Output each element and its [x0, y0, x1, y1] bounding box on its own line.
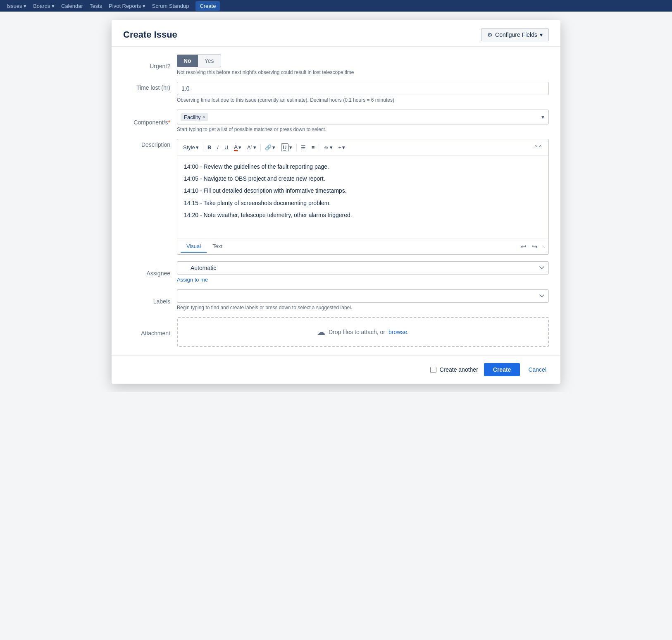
- description-line-1: 14:00 - Review the guidelines of the fau…: [184, 162, 542, 172]
- labels-select[interactable]: [177, 289, 549, 303]
- dialog-title: Create Issue: [123, 29, 177, 40]
- redo-button[interactable]: ↪: [530, 242, 539, 251]
- urgent-toggle: No Yes: [177, 54, 549, 67]
- browse-link[interactable]: browse.: [388, 329, 409, 335]
- facility-tag-remove[interactable]: ×: [202, 114, 205, 120]
- more-chevron-icon: ▾: [342, 144, 345, 150]
- editor-footer: Visual Text ↩ ↪ ⤡: [177, 239, 548, 254]
- create-another-wrap: Create another: [430, 366, 478, 373]
- nav-scrum[interactable]: Scrum Standup: [152, 3, 189, 9]
- underline2-button[interactable]: U̲ ▾: [279, 142, 295, 153]
- facility-tag: Facility ×: [181, 113, 208, 121]
- nav-calendar[interactable]: Calendar: [61, 3, 83, 9]
- description-text-area[interactable]: 14:00 - Review the guidelines of the fau…: [177, 156, 548, 239]
- collapse-toolbar-button[interactable]: ⌃⌃: [531, 143, 545, 152]
- style-dropdown-button[interactable]: Style ▾: [181, 143, 201, 152]
- components-label: Component/s*: [123, 117, 177, 126]
- time-lost-row: Time lost (hr) Observing time lost due t…: [123, 82, 549, 103]
- toolbar-separator-2: [260, 144, 261, 151]
- urgent-hint: Not resolving this before next night's o…: [177, 69, 549, 75]
- underline-button[interactable]: U: [222, 143, 231, 152]
- labels-hint: Begin typing to find and create labels o…: [177, 305, 549, 310]
- bullet-list-button[interactable]: ☰: [298, 143, 308, 152]
- assignee-row: Assignee ⊙ Automatic Assign to me: [123, 261, 549, 283]
- description-editor: Style ▾ B I U A ▾ A↕ ▾: [177, 139, 549, 255]
- underline2-icon: U̲: [281, 143, 288, 151]
- undo-button[interactable]: ↩: [519, 242, 528, 251]
- time-lost-label: Time lost (hr): [123, 82, 177, 91]
- font-size-label: A↕: [247, 144, 253, 150]
- required-marker: *: [168, 119, 170, 126]
- font-color-button[interactable]: A ▾: [231, 142, 244, 153]
- style-label: Style: [183, 144, 195, 150]
- attachment-drop-text: Drop files to attach, or: [329, 329, 385, 335]
- components-select[interactable]: Facility × ▾: [177, 110, 549, 124]
- emoji-button[interactable]: ☺ ▾: [321, 143, 335, 152]
- labels-label: Labels: [123, 296, 177, 305]
- create-another-label[interactable]: Create another: [439, 366, 478, 373]
- description-content: Style ▾ B I U A ▾ A↕ ▾: [177, 139, 549, 255]
- nav-issues[interactable]: Issues ▾: [7, 3, 26, 9]
- cancel-button[interactable]: Cancel: [526, 363, 549, 376]
- italic-button[interactable]: I: [214, 143, 221, 152]
- collapse-icon: ⌃⌃: [534, 144, 543, 150]
- toolbar-separator-3: [296, 144, 297, 151]
- configure-fields-button[interactable]: ⚙ Configure Fields ▾: [481, 28, 549, 41]
- create-another-checkbox[interactable]: [430, 367, 436, 373]
- top-nav: Issues ▾ Boards ▾ Calendar Tests Pivot R…: [0, 0, 672, 12]
- bold-button[interactable]: B: [205, 143, 214, 152]
- editor-tabs: Visual Text: [181, 241, 228, 253]
- nav-pivot[interactable]: Pivot Reports ▾: [109, 3, 145, 9]
- tab-text[interactable]: Text: [207, 241, 228, 253]
- assignee-content: ⊙ Automatic Assign to me: [177, 261, 549, 283]
- dialog-footer: Create another Create Cancel: [112, 355, 560, 384]
- components-chevron-icon: ▾: [541, 114, 544, 120]
- attachment-label: Attachment: [123, 327, 177, 337]
- urgent-row: Urgent? No Yes Not resolving this before…: [123, 54, 549, 75]
- dialog-header: Create Issue ⚙ Configure Fields ▾: [112, 20, 560, 47]
- attachment-drop-zone[interactable]: ☁ Drop files to attach, or browse.: [177, 317, 549, 347]
- font-color-chevron-icon: ▾: [238, 144, 241, 150]
- time-lost-hint: Observing time lost due to this issue (c…: [177, 97, 549, 103]
- undo-redo-controls: ↩ ↪: [519, 242, 539, 251]
- tab-visual[interactable]: Visual: [181, 241, 207, 253]
- nav-tests[interactable]: Tests: [90, 3, 102, 9]
- bullet-list-icon: ☰: [301, 144, 306, 150]
- style-chevron-icon: ▾: [196, 144, 199, 150]
- urgent-no-button[interactable]: No: [177, 55, 198, 67]
- assignee-select-wrap: ⊙ Automatic: [177, 261, 549, 275]
- labels-content: Begin typing to find and create labels o…: [177, 289, 549, 310]
- font-size-chevron-icon: ▾: [253, 144, 256, 150]
- components-content: Facility × ▾ Start typing to get a list …: [177, 110, 549, 132]
- numbered-list-button[interactable]: ≡: [309, 143, 317, 152]
- resize-handle[interactable]: ⤡: [542, 244, 545, 249]
- dialog-body: Urgent? No Yes Not resolving this before…: [112, 47, 560, 347]
- attachment-content: ☁ Drop files to attach, or browse.: [177, 317, 549, 347]
- time-lost-content: Observing time lost due to this issue (c…: [177, 82, 549, 103]
- numbered-list-icon: ≡: [312, 144, 315, 150]
- link-icon: 🔗: [265, 144, 272, 150]
- toolbar-separator-4: [319, 144, 319, 151]
- link-button[interactable]: 🔗 ▾: [262, 143, 278, 152]
- assignee-select[interactable]: Automatic: [177, 261, 549, 275]
- assign-to-me-link[interactable]: Assign to me: [177, 277, 208, 283]
- components-row: Component/s* Facility × ▾ Start typing t…: [123, 110, 549, 132]
- attachment-row: Attachment ☁ Drop files to attach, or br…: [123, 317, 549, 347]
- more-label: +: [338, 144, 342, 150]
- create-issue-dialog: Create Issue ⚙ Configure Fields ▾ Urgent…: [112, 20, 560, 384]
- more-button[interactable]: + ▾: [336, 143, 348, 152]
- urgent-yes-button[interactable]: Yes: [198, 54, 221, 67]
- emoji-chevron-icon: ▾: [330, 144, 333, 150]
- description-row: Description Style ▾ B I U A ▾: [123, 139, 549, 255]
- underline2-chevron-icon: ▾: [289, 144, 292, 150]
- nav-boards[interactable]: Boards ▾: [33, 3, 55, 9]
- nav-create[interactable]: Create: [195, 1, 220, 11]
- create-button[interactable]: Create: [484, 363, 520, 376]
- toolbar-separator-1: [203, 144, 203, 151]
- font-size-button[interactable]: A↕ ▾: [245, 143, 259, 152]
- time-lost-input[interactable]: [177, 82, 549, 95]
- link-chevron-icon: ▾: [272, 144, 275, 150]
- labels-row: Labels Begin typing to find and create l…: [123, 289, 549, 310]
- emoji-icon: ☺: [323, 144, 329, 150]
- urgent-content: No Yes Not resolving this before next ni…: [177, 54, 549, 75]
